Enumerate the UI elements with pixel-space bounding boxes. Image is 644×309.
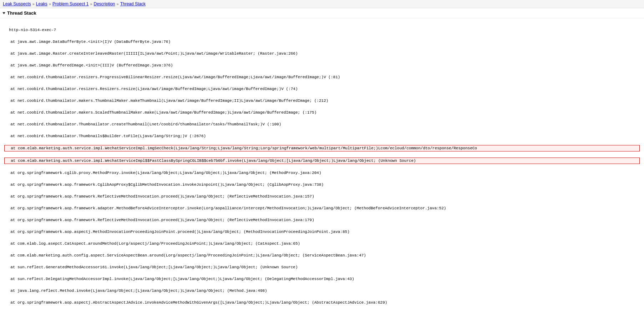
thread-stack-content: http-nio-5314-exec-7 at java.awt.image.D… (0, 18, 644, 309)
section-header: Thread Stack (0, 8, 644, 18)
stack-line: at org.springframework.aop.framework.Ref… (4, 217, 640, 223)
breadcrumb-sep-2: » (49, 2, 51, 6)
stack-line: at net.coobird.thumbnailator.Thumbnails$… (4, 133, 640, 139)
stack-line: at com.elab.log.asepct.CatAspect.aroundM… (4, 241, 640, 247)
stack-line: at org.springframework.aop.aspectj.Abstr… (4, 300, 640, 306)
breadcrumb-sep-3: » (90, 2, 92, 6)
breadcrumb-bar: Leak Suspects » Leaks » Problem Suspect … (0, 0, 644, 8)
stack-line: at sun.reflect.DelegatingMethodAccessorI… (4, 276, 640, 282)
breadcrumb-thread-stack[interactable]: Thread Stack (120, 1, 146, 6)
breadcrumb-sep-4: » (117, 2, 119, 6)
stack-line: at sun.reflect.GeneratedMethodAccessor16… (4, 264, 640, 270)
stack-line: at java.awt.image.BufferedImage.<init>(I… (4, 63, 640, 69)
thread-name: http-nio-5314-exec-7 (9, 28, 56, 32)
stack-line: at java.awt.image.Raster.createInterleav… (4, 51, 640, 57)
stack-line: at net.coobird.thumbnailator.resizers.Re… (4, 86, 640, 92)
stack-line: at java.awt.image.DataBufferByte.<init>(… (4, 39, 640, 45)
stack-line: at net.coobird.thumbnailator.Thumbnailat… (4, 121, 640, 128)
collapse-icon[interactable] (2, 12, 5, 14)
breadcrumb-problem-suspect[interactable]: Problem Suspect 1 (52, 1, 88, 6)
breadcrumb-sep-1: » (32, 2, 35, 6)
stack-line: at net.coobird.thumbnailator.makers.Thum… (4, 98, 640, 104)
breadcrumb-description[interactable]: Description (94, 1, 115, 6)
stack-line: at java.lang.reflect.Method.invoke(Ljava… (4, 288, 640, 294)
stack-line: at org.springframework.aop.framework.Cgl… (4, 182, 640, 188)
stack-line: at com.elab.marketing.auth.service.impl.… (4, 145, 640, 152)
breadcrumb-leak-suspects[interactable]: Leak Suspects (3, 1, 31, 6)
stack-line: at org.springframework.aop.framework.Ref… (4, 194, 640, 200)
stack-line: at net.coobird.thumbnailator.resizers.Pr… (4, 74, 640, 80)
stack-line: at org.springframework.aop.aspectj.Metho… (4, 229, 640, 235)
breadcrumb-leaks[interactable]: Leaks (36, 1, 47, 6)
stack-line: at org.springframework.aop.framework.ada… (4, 205, 640, 211)
stack-line: at org.springframework.cglib.proxy.Metho… (4, 170, 640, 176)
section-title: Thread Stack (7, 10, 36, 16)
stack-line: at net.coobird.thumbnailator.makers.Scal… (4, 110, 640, 116)
stack-line: at com.elab.marketing.auth.config.aspect… (4, 253, 640, 259)
stack-line: at com.elab.marketing.auth.service.impl.… (4, 158, 640, 164)
